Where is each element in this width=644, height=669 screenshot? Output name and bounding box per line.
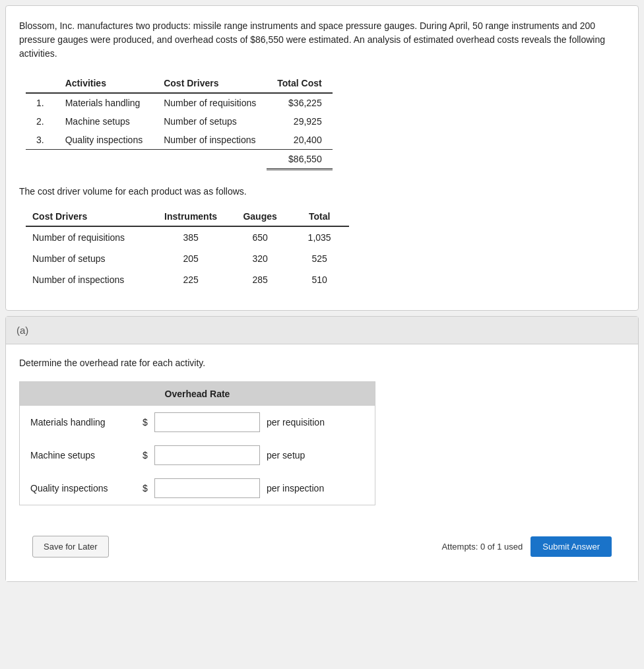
intro-text: Blossom, Inc. manufactures two products:… — [19, 19, 625, 61]
row1-activity: Materials handling — [55, 93, 154, 112]
row3-driver: Number of inspections — [153, 131, 267, 150]
activities-table: Activities Cost Drivers Total Cost 1. Ma… — [26, 74, 333, 170]
cd-row3-driver: Number of inspections — [26, 269, 158, 290]
overhead-unit-setups: per setup — [267, 450, 305, 461]
bottom-bar: Save for Later Attempts: 0 of 1 used Sub… — [19, 525, 625, 568]
overhead-rows: Materials handling $ per requisition Mac… — [20, 406, 375, 505]
row1-cost: $36,225 — [267, 93, 332, 112]
dollar-sign-3: $ — [143, 483, 152, 494]
row3-num: 3. — [26, 131, 55, 150]
overhead-unit-inspections: per inspection — [267, 483, 324, 494]
overhead-label-inspections: Quality inspections — [30, 483, 143, 494]
submit-answer-button[interactable]: Submit Answer — [531, 536, 612, 557]
section-a-content: Determine the overhead rate for each act… — [6, 344, 638, 581]
cost-driver-table: Cost Drivers Instruments Gauges Total Nu… — [26, 207, 349, 290]
cd-row3-instruments: 225 — [158, 269, 230, 290]
cd-row2-gauges: 320 — [230, 248, 296, 269]
table-row: 2. Machine setups Number of setups 29,92… — [26, 112, 333, 131]
overhead-label-setups: Machine setups — [30, 450, 143, 461]
list-item: Number of inspections 225 285 510 — [26, 269, 349, 290]
overhead-row-materials: Materials handling $ per requisition — [30, 406, 364, 439]
cd-row1-instruments: 385 — [158, 226, 230, 248]
cd-row1-driver: Number of requisitions — [26, 226, 158, 248]
overhead-rate-header: Overhead Rate — [20, 382, 375, 406]
cd-col-total: Total — [296, 207, 349, 226]
dollar-sign-2: $ — [143, 450, 152, 461]
cd-row2-total: 525 — [296, 248, 349, 269]
overhead-label-materials: Materials handling — [30, 417, 143, 428]
row1-driver: Number of requisitions — [153, 93, 267, 112]
row2-cost: 29,925 — [267, 112, 332, 131]
right-actions: Attempts: 0 of 1 used Submit Answer — [441, 536, 612, 557]
cd-col-instruments: Instruments — [158, 207, 230, 226]
cd-row1-gauges: 650 — [230, 226, 296, 248]
cost-driver-intro: The cost driver volume for each product … — [19, 186, 625, 197]
row2-activity: Machine setups — [55, 112, 154, 131]
list-item: Number of setups 205 320 525 — [26, 248, 349, 269]
cd-row3-gauges: 285 — [230, 269, 296, 290]
activities-col-cost-drivers: Cost Drivers — [153, 74, 267, 93]
section-a-label: (a) — [6, 317, 638, 344]
row2-num: 2. — [26, 112, 55, 131]
activities-col-activities: Activities — [55, 74, 154, 93]
row2-driver: Number of setups — [153, 112, 267, 131]
attempts-info: Attempts: 0 of 1 used — [441, 542, 523, 552]
overhead-rate-table: Overhead Rate Materials handling $ per r… — [19, 381, 375, 505]
cd-col-drivers: Cost Drivers — [26, 207, 158, 226]
cd-row2-instruments: 205 — [158, 248, 230, 269]
row3-activity: Quality inspections — [55, 131, 154, 150]
overhead-row-inspections: Quality inspections $ per inspection — [30, 472, 364, 505]
overhead-row-setups: Machine setups $ per setup — [30, 439, 364, 472]
cd-col-gauges: Gauges — [230, 207, 296, 226]
section-a-instruction: Determine the overhead rate for each act… — [19, 358, 625, 368]
row1-num: 1. — [26, 93, 55, 112]
save-later-button[interactable]: Save for Later — [32, 536, 109, 558]
activities-col-total-cost: Total Cost — [267, 74, 332, 93]
overhead-input-materials[interactable] — [154, 412, 260, 432]
list-item: Number of requisitions 385 650 1,035 — [26, 226, 349, 248]
grand-total: $86,550 — [267, 150, 332, 170]
cd-row3-total: 510 — [296, 269, 349, 290]
dollar-sign-1: $ — [143, 417, 152, 428]
overhead-unit-materials: per requisition — [267, 417, 325, 428]
activities-col-num — [26, 74, 55, 93]
overhead-input-inspections[interactable] — [154, 478, 260, 498]
overhead-input-setups[interactable] — [154, 445, 260, 465]
table-row: 1. Materials handling Number of requisit… — [26, 93, 333, 112]
cd-row1-total: 1,035 — [296, 226, 349, 248]
section-a: (a) Determine the overhead rate for each… — [5, 316, 639, 582]
row3-cost: 20,400 — [267, 131, 332, 150]
total-row: $86,550 — [26, 150, 333, 170]
table-row: 3. Quality inspections Number of inspect… — [26, 131, 333, 150]
cd-row2-driver: Number of setups — [26, 248, 158, 269]
